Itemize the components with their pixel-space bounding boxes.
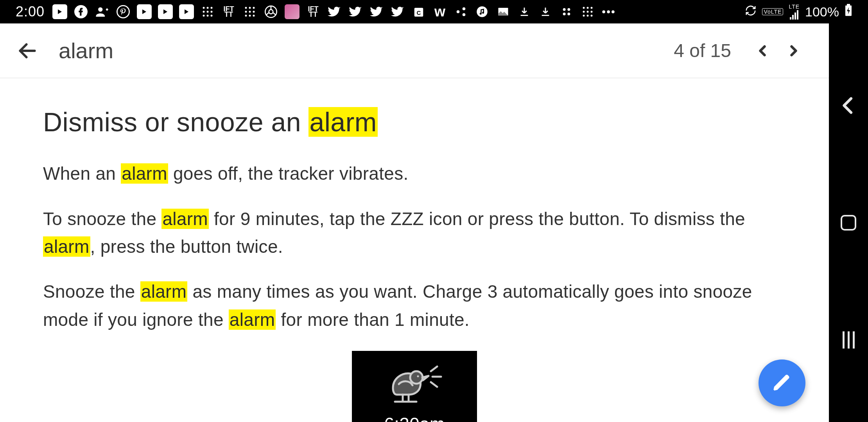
back-button[interactable] [12, 35, 43, 66]
heading-text: Dismiss or snooze an [43, 107, 308, 137]
svg-point-25 [457, 10, 460, 13]
svg-point-19 [249, 15, 251, 17]
alarm-illustration-tile: 6:20am [352, 351, 477, 422]
svg-point-9 [203, 15, 205, 17]
article-paragraph: To snooze the alarm for 9 minutes, tap t… [43, 205, 786, 261]
svg-point-27 [463, 13, 466, 16]
youtube-icon [137, 4, 152, 19]
chrome-icon [264, 4, 278, 19]
person-add-icon [95, 4, 109, 19]
search-term[interactable]: alarm [59, 38, 674, 63]
svg-point-33 [567, 8, 570, 11]
ifttt-icon: IFT TT [221, 4, 236, 19]
hash-icon [242, 4, 257, 19]
svg-point-14 [253, 7, 255, 9]
svg-point-32 [563, 8, 566, 11]
svg-point-12 [245, 7, 247, 9]
nav-back-button[interactable] [835, 82, 862, 129]
svg-point-34 [563, 13, 566, 15]
svg-point-3 [203, 7, 205, 9]
paragraph-text: for more than 1 minute. [276, 309, 470, 330]
svg-point-36 [583, 7, 585, 9]
article-heading: Dismiss or snooze an alarm [43, 102, 786, 143]
svg-point-7 [207, 11, 209, 13]
twitter-icon [369, 4, 384, 19]
svg-point-4 [207, 7, 209, 9]
network-type: LTE [789, 4, 800, 9]
prev-result-button[interactable] [747, 35, 778, 66]
svg-point-16 [249, 11, 251, 13]
svg-point-10 [207, 15, 209, 17]
status-right-cluster: VoLTE LTE 100% [745, 4, 852, 20]
svg-point-47 [410, 371, 423, 384]
paragraph-text: for 9 minutes, tap the ZZZ icon or press… [209, 209, 745, 229]
svg-point-37 [587, 7, 589, 9]
youtube-icon [52, 4, 67, 19]
svg-point-48 [417, 375, 419, 377]
image-icon [496, 4, 511, 19]
svg-point-28 [477, 6, 488, 17]
highlight: alarm [161, 209, 209, 229]
svg-point-1 [98, 7, 102, 12]
app-icon [285, 4, 299, 19]
download-icon [538, 4, 553, 19]
highlight: alarm [308, 107, 378, 137]
facebook-icon [74, 4, 88, 19]
svg-point-38 [591, 7, 593, 9]
pencil-icon [772, 373, 792, 393]
help-article[interactable]: Dismiss or snooze an alarm When an alarm… [0, 78, 829, 422]
hash-icon [200, 4, 215, 19]
search-result-counter: 4 of 15 [674, 40, 731, 61]
twitter-icon [327, 4, 342, 19]
next-result-button[interactable] [778, 35, 809, 66]
twitter-icon [348, 4, 363, 19]
app-content: alarm 4 of 15 Dismiss or snooze an alarm… [0, 23, 829, 422]
find-in-page-bar: alarm 4 of 15 [0, 23, 829, 78]
svg-point-6 [203, 11, 205, 13]
paragraph-text: goes off, the tracker vibrates. [168, 163, 409, 184]
svg-point-18 [245, 15, 247, 17]
article-paragraph: When an alarm goes off, the tracker vibr… [43, 160, 786, 188]
svg-point-29 [480, 13, 482, 15]
volte-indicator: VoLTE [762, 8, 783, 15]
nav-home-button[interactable] [835, 199, 862, 246]
music-icon [475, 4, 490, 19]
highlight: alarm [140, 281, 188, 302]
battery-text: 100% [805, 4, 839, 20]
highlight: alarm [229, 309, 276, 330]
paragraph-text: , press the button twice. [90, 236, 283, 257]
youtube-icon [158, 4, 173, 19]
more-icon: ••• [601, 4, 616, 19]
svg-point-13 [249, 7, 251, 9]
svg-point-11 [211, 15, 213, 17]
nav-recents-button[interactable] [835, 316, 862, 363]
svg-point-5 [211, 7, 213, 9]
svg-rect-46 [847, 4, 850, 5]
edit-fab-button[interactable] [759, 359, 805, 406]
svg-point-26 [463, 7, 466, 11]
svg-line-52 [431, 382, 437, 387]
svg-point-20 [253, 15, 255, 17]
svg-point-43 [587, 15, 589, 17]
highlight: alarm [43, 236, 90, 257]
calendar-icon: C [411, 4, 426, 19]
signal-bars-icon [790, 10, 798, 20]
svg-point-22 [269, 10, 273, 14]
svg-text:C: C [417, 9, 421, 16]
svg-point-35 [567, 13, 570, 15]
svg-point-41 [591, 11, 593, 13]
status-notification-icons: IFT TT IFT TT C w ••• [52, 4, 745, 19]
highlight: alarm [121, 163, 168, 184]
paragraph-text: To snooze the [43, 209, 161, 229]
paragraph-text: Snooze the [43, 281, 140, 302]
android-status-bar: 2:00 IFT TT IFT TT C w ••• VoLTE LTE [0, 0, 868, 23]
home-square-icon [841, 215, 856, 231]
status-time: 2:00 [16, 4, 45, 20]
svg-point-44 [591, 15, 593, 17]
rotate-icon [745, 4, 757, 20]
svg-point-42 [583, 15, 585, 17]
svg-point-15 [245, 11, 247, 13]
alarm-tile-time: 6:20am [384, 410, 445, 422]
svg-point-39 [583, 11, 585, 13]
article-paragraph: Snooze the alarm as many times as you wa… [43, 278, 786, 334]
